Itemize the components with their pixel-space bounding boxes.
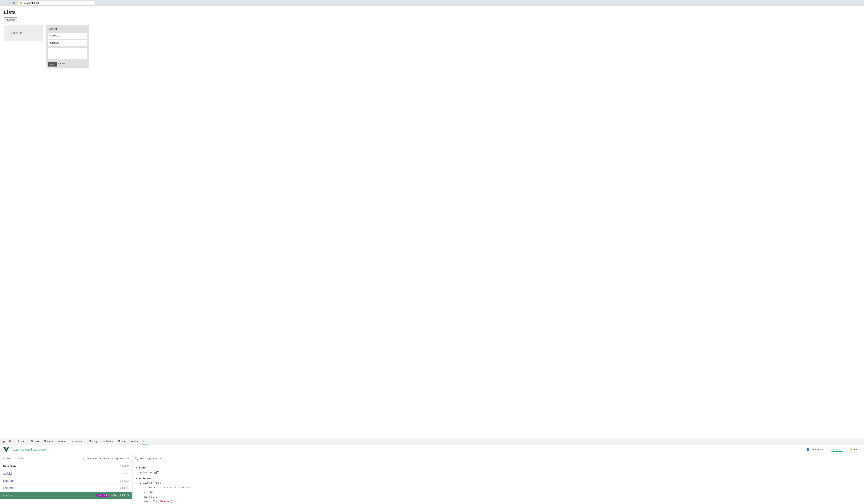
events-label: Ev… — [854, 448, 859, 451]
vue-nav-events[interactable]: ⚡ Ev… — [848, 447, 861, 452]
revert-icon: ↻ — [100, 457, 103, 460]
mutation-name-addlist: addList — [3, 472, 120, 475]
state-toolbar: 🔍 — [133, 454, 864, 463]
tab-memory[interactable]: Memory — [87, 438, 100, 445]
vue-logo — [3, 446, 9, 453]
forward-button[interactable]: → — [7, 1, 11, 5]
tab-sources[interactable]: Sources — [42, 438, 55, 445]
filter-search-icon: 🔍 — [2, 457, 5, 460]
card-textarea[interactable] — [48, 48, 87, 59]
state-children: ▼ lists : Array[0] — [140, 470, 861, 475]
tab-network[interactable]: Network — [55, 438, 69, 445]
commit-all-button[interactable]: ⇓ Commit All — [83, 457, 97, 460]
mutation-header[interactable]: ▼ mutation — [136, 476, 861, 481]
lists-key: lists — [143, 471, 147, 474]
payload-key: payload — [143, 482, 152, 484]
url-text: localhost:3000 — [24, 2, 39, 4]
name-key: name — [144, 500, 150, 503]
name-value: "Card 20 (edited)" — [153, 500, 173, 503]
lists-type: Array[0] — [150, 471, 159, 474]
mutation-label: mutation — [139, 477, 151, 480]
mutation-base-state[interactable]: Base State 23:31:43 — [0, 463, 132, 470]
list-id-value: 243 — [153, 495, 157, 498]
tab-vue[interactable]: Vue — [140, 438, 149, 445]
vue-nav-vuex[interactable]: ⟲ Vuex — [831, 447, 843, 452]
mutation-name-addcard1: addCard — [3, 479, 120, 482]
mutation-add-card-2[interactable]: addCard 23:32:09 — [0, 484, 132, 492]
mutation-name-addcard2: addCard — [3, 487, 120, 490]
lists-item[interactable]: ▼ lists : Array[0] — [140, 470, 861, 475]
badge-inspected: inspected — [96, 494, 108, 497]
tab-security[interactable]: Security — [116, 438, 129, 445]
field-name: name : "Card 20 (edited)" — [144, 499, 861, 503]
card-add-button[interactable]: Add — [48, 62, 57, 67]
state-section: ▼ state ▼ lists : Array[0] — [136, 465, 861, 475]
mutations-list: Base State 23:31:43 addList 23:31:52 add… — [0, 463, 132, 504]
mutation-triangle: ▼ — [136, 478, 138, 480]
devtools-tabs: ▶ ▣ Elements Console Sources Network Per… — [0, 438, 864, 445]
recording-label: Recording — [119, 457, 130, 460]
revert-all-button[interactable]: ↻ Revert All — [100, 457, 113, 460]
vue-nav-buttons: 👤 Components ⟲ Vuex ⚡ Ev… — [805, 447, 861, 452]
mutation-time-base: 23:31:43 — [120, 465, 129, 468]
list-card: List 10 Card 10 Card 20 Add cancel — [46, 25, 89, 69]
payload-triangle: ▼ — [140, 482, 142, 484]
page-title: Lists — [4, 9, 860, 15]
tab-console[interactable]: Console — [29, 438, 42, 445]
card-item-1[interactable]: Card 10 — [48, 32, 87, 39]
tab-performance[interactable]: Performance — [69, 438, 87, 445]
components-label: Components — [811, 448, 825, 451]
mutation-time-addcard1: 23:32:04 — [120, 479, 129, 482]
refresh-button[interactable]: ↻ — [12, 1, 16, 5]
created-at-value: "2018-04-26T04:32:09.358Z" — [158, 486, 191, 489]
lists-triangle: ▼ — [140, 471, 142, 473]
devtools-device-icon[interactable]: ▣ — [7, 439, 12, 444]
main-content: Lists New List + Add a List List 10 Card… — [0, 6, 864, 438]
payload-item[interactable]: ▼ payload : Object — [140, 481, 861, 485]
card-cancel-link[interactable]: cancel — [58, 62, 65, 65]
field-list-id: list_id : 243 — [144, 494, 861, 499]
commit-all-label: Commit All — [86, 457, 97, 460]
mutations-toolbar: 🔍 ⇓ Commit All ↻ Revert All Recording — [0, 454, 132, 463]
state-header[interactable]: ▼ state — [136, 465, 861, 470]
tab-application[interactable]: Application — [100, 438, 116, 445]
tab-audits[interactable]: Audits — [129, 438, 140, 445]
field-created-at: created_at : "2018-04-26T04:32:09.358Z" — [144, 485, 861, 490]
vue-nav-components[interactable]: 👤 Components — [805, 447, 827, 452]
vue-body: 🔍 ⇓ Commit All ↻ Revert All Recording — [0, 454, 864, 504]
new-list-button[interactable]: New List — [4, 17, 17, 22]
tab-elements[interactable]: Elements — [14, 438, 29, 445]
vue-ready-text: Ready. Detected Vue 2.5.16. — [12, 448, 805, 451]
payload-type: Object — [155, 482, 162, 484]
card-actions: Add cancel — [48, 61, 87, 67]
card-item-2[interactable]: Card 20 — [48, 39, 87, 46]
vue-header: Ready. Detected Vue 2.5.16. 👤 Components… — [0, 445, 864, 454]
mutation-time-addlist: 23:31:52 — [120, 472, 129, 475]
nav-buttons: ← → ↻ — [2, 1, 16, 5]
mutation-edit-card[interactable]: editCard inspected active 23:32:34 — [0, 492, 132, 499]
mutation-section: ▼ mutation ▼ payload : Object — [136, 476, 861, 504]
id-key: id — [144, 491, 145, 494]
recording-button[interactable]: Recording — [117, 457, 130, 460]
filter-mutations-input[interactable] — [7, 457, 79, 460]
created-at-key: created_at — [144, 486, 155, 489]
mutations-panel: 🔍 ⇓ Commit All ↻ Revert All Recording — [0, 454, 133, 504]
badge-active: active — [110, 494, 119, 497]
mutation-add-list[interactable]: addList 23:31:52 — [0, 470, 132, 477]
filter-state-input[interactable] — [140, 457, 862, 460]
mutation-add-card-1[interactable]: addCard 23:32:04 — [0, 477, 132, 484]
devtools-cursor-icon[interactable]: ▶ — [2, 439, 7, 444]
address-bar[interactable]: 🔒 localhost:3000 — [17, 1, 96, 5]
revert-all-label: Revert All — [103, 457, 113, 460]
list-id-key: list_id — [144, 495, 150, 498]
list-card-title: List 10 — [48, 27, 87, 31]
id-value: 114 — [148, 491, 153, 494]
mutation-time-editcard: 23:32:34 — [120, 494, 129, 496]
field-id: id : 114 — [144, 490, 861, 494]
state-triangle: ▼ — [136, 467, 138, 469]
payload-fields: created_at : "2018-04-26T04:32:09.358Z" … — [144, 485, 861, 504]
card-input-area: Add cancel — [48, 48, 87, 67]
lists-container: + Add a List List 10 Card 10 Card 20 Add… — [4, 25, 860, 69]
add-list-card[interactable]: + Add a List — [4, 25, 43, 41]
back-button[interactable]: ← — [2, 1, 6, 5]
